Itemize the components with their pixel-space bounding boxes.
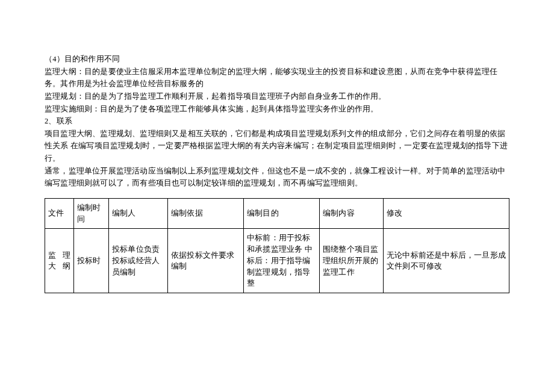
cell-author: 投标单位负责投标或经营人员编制: [109, 229, 168, 293]
cell-file: 监 理大纲: [45, 229, 74, 293]
cell-purpose: 中标前：用于投标和承揽监理业务 中标后：用于指导编制监理规划，指导整: [244, 229, 320, 293]
cell-modify: 无论中标前还是中标后，一旦形成文件则不可修改: [384, 229, 509, 293]
header-purpose: 编制目的: [244, 198, 320, 229]
cell-content: 围绕整个项目监理组织所开展的监理工作: [320, 229, 384, 293]
heading-2: 2、联系: [45, 115, 509, 128]
header-author: 编制人: [109, 198, 168, 229]
header-content: 编制内容: [320, 198, 384, 229]
header-basis: 编制依据: [168, 198, 244, 229]
para-plan: 监理规划：目的是为了指导监理工作顺利开展，起着指导项目监理班子内部自身业务工作的…: [45, 90, 509, 103]
header-modify: 修改: [384, 198, 509, 229]
header-time: 编制时间: [74, 198, 109, 229]
heading-4: （4）目的和作用不同: [45, 53, 509, 66]
header-file: 文件: [45, 198, 74, 229]
supervision-table: 文件 编制时间 编制人 编制依据 编制目的 编制内容 修改 监 理大纲 投标时 …: [45, 198, 509, 293]
cell-basis: 依据投标文件要求编制: [168, 229, 244, 293]
table-row: 监 理大纲 投标时 投标单位负责投标或经营人员编制 依据投标文件要求编制 中标前…: [45, 229, 509, 293]
para-outline: 监理大纲：目的是要使业主信服采用本监理单位制定的监理大纲，能够实现业主的投资目标…: [45, 66, 509, 90]
cell-time: 投标时: [74, 229, 109, 293]
para-relation-2: 通常，监理单位开展监理活动应当编制以上系列监理规划文件，但这也不是一成不变的，就…: [45, 165, 509, 190]
para-detail: 监理实施细则：目的是为了使各项监理工作能够具体实施，起到具体指导监理实务作业的作…: [45, 103, 509, 116]
para-relation-1: 项目监理大纲、监理规划、监理细则又是相互关联的，它们都是构成项目监理规划系列文件…: [45, 128, 509, 165]
table-header-row: 文件 编制时间 编制人 编制依据 编制目的 编制内容 修改: [45, 198, 509, 229]
